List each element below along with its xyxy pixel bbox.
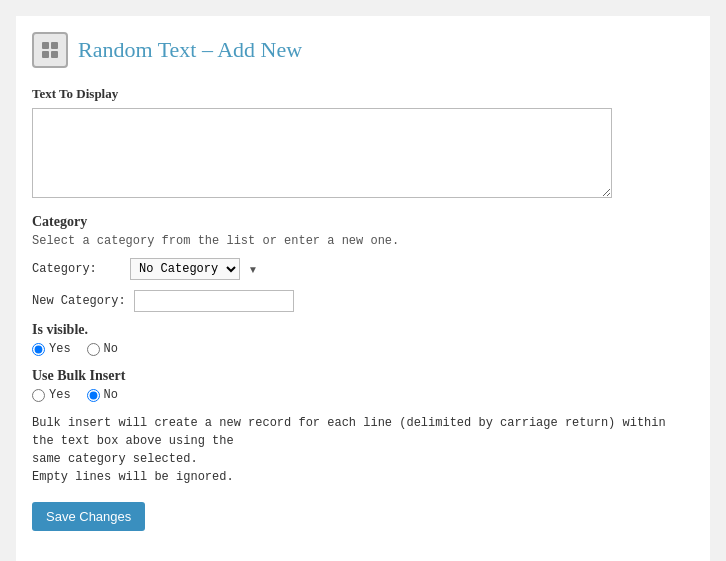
is-visible-yes-text: Yes bbox=[49, 342, 71, 356]
bulk-insert-no-label[interactable]: No bbox=[87, 388, 118, 402]
category-select[interactable]: No Category bbox=[130, 258, 240, 280]
bulk-insert-no-radio[interactable] bbox=[87, 389, 100, 402]
category-label: Category: bbox=[32, 262, 122, 276]
new-category-label: New Category: bbox=[32, 294, 126, 308]
bulk-insert-note: Bulk insert will create a new record for… bbox=[32, 414, 694, 486]
is-visible-no-text: No bbox=[104, 342, 118, 356]
new-category-field-row: New Category: bbox=[32, 290, 694, 312]
bulk-insert-no-text: No bbox=[104, 388, 118, 402]
save-button[interactable]: Save Changes bbox=[32, 502, 145, 531]
bulk-insert-section: Use Bulk Insert Yes No Bulk insert will … bbox=[32, 368, 694, 486]
bulk-note-line2: same category selected. bbox=[32, 452, 198, 466]
category-title: Category bbox=[32, 214, 694, 230]
is-visible-title: Is visible. bbox=[32, 322, 694, 338]
is-visible-no-label[interactable]: No bbox=[87, 342, 118, 356]
dropdown-icon: ▼ bbox=[248, 264, 258, 275]
is-visible-no-radio[interactable] bbox=[87, 343, 100, 356]
category-description: Select a category from the list or enter… bbox=[32, 234, 694, 248]
text-display-section: Text To Display bbox=[32, 86, 694, 198]
page-header: Random Text – Add New bbox=[32, 32, 694, 68]
page-icon bbox=[32, 32, 68, 68]
bulk-insert-yes-text: Yes bbox=[49, 388, 71, 402]
page-wrapper: Random Text – Add New Text To Display Ca… bbox=[16, 16, 710, 561]
category-field-row: Category: No Category ▼ bbox=[32, 258, 694, 280]
text-display-label: Text To Display bbox=[32, 86, 694, 102]
category-section: Category Select a category from the list… bbox=[32, 214, 694, 312]
is-visible-section: Is visible. Yes No bbox=[32, 322, 694, 356]
new-category-input[interactable] bbox=[134, 290, 294, 312]
bulk-insert-yes-radio[interactable] bbox=[32, 389, 45, 402]
is-visible-yes-radio[interactable] bbox=[32, 343, 45, 356]
bulk-insert-title: Use Bulk Insert bbox=[32, 368, 694, 384]
text-display-textarea[interactable] bbox=[32, 108, 612, 198]
is-visible-radio-group: Yes No bbox=[32, 342, 694, 356]
bulk-note-line3: Empty lines will be ignored. bbox=[32, 470, 234, 484]
page-title: Random Text – Add New bbox=[78, 37, 302, 63]
is-visible-yes-label[interactable]: Yes bbox=[32, 342, 71, 356]
grid-icon bbox=[42, 42, 58, 58]
bulk-insert-yes-label[interactable]: Yes bbox=[32, 388, 71, 402]
bulk-insert-radio-group: Yes No bbox=[32, 388, 694, 402]
bulk-note-line1: Bulk insert will create a new record for… bbox=[32, 416, 666, 448]
